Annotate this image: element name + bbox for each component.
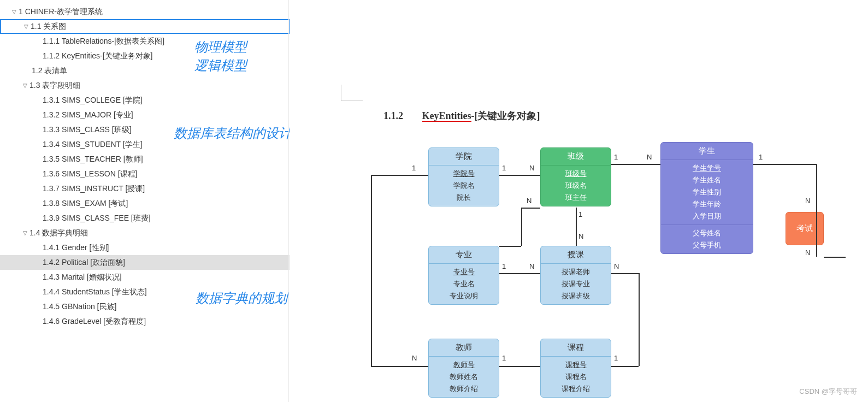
tree-item-instruct[interactable]: 1.3.7 SIMS_INSTRUCT [授课]	[0, 181, 290, 196]
tree-label: 1.4.2 Political [政治面貌]	[43, 258, 125, 268]
relation-line	[371, 175, 372, 366]
entity-field: 班主任	[541, 192, 611, 204]
card-label: N	[614, 262, 619, 270]
tree-label: 1 CHINER-教学管理系统	[19, 7, 103, 17]
tree-item-classfee[interactable]: 1.3.9 SIMS_CLASS_FEE [班费]	[0, 211, 290, 226]
relation-line	[521, 208, 522, 246]
relation-line	[371, 175, 428, 176]
entity-field: 班级名	[541, 180, 611, 192]
chevron-down-icon: ▽	[10, 9, 19, 15]
tree-item-political[interactable]: 1.4.2 Political [政治面貌]	[0, 255, 290, 270]
tree-item-exam[interactable]: 1.3.8 SIMS_EXAM [考试]	[0, 196, 290, 211]
tree-item-tablerelations[interactable]: 1.1.1 TableRelations-[数据表关系图]	[0, 34, 290, 49]
tree-label: 1.4.3 Marital [婚姻状况]	[43, 273, 122, 282]
entity-field: 学生姓名	[661, 174, 753, 186]
relation-line	[611, 366, 639, 367]
tree-label: 1.4 数据字典明细	[29, 228, 88, 238]
entity-pk: 教师号	[429, 359, 499, 371]
tree-item-tablelist[interactable]: 1.2 表清单	[0, 63, 290, 78]
card-label: 1	[502, 164, 506, 172]
tree-label: 1.4.1 Gender [性别]	[43, 243, 109, 253]
card-label: N	[805, 197, 810, 205]
entity-header: 教师	[429, 339, 499, 357]
tree-label: 1.3.5 SIMS_TEACHER [教师]	[43, 155, 143, 164]
tree-label: 1.3.1 SIMS_COLLEGE [学院]	[43, 96, 143, 105]
tree-label: 1.3.9 SIMS_CLASS_FEE [班费]	[43, 214, 151, 223]
tree-item-class[interactable]: 1.3.3 SIMS_CLASS [班级]	[0, 122, 290, 137]
tree-item-major[interactable]: 1.3.2 SIMS_MAJOR [专业]	[0, 108, 290, 122]
entity-field: 教师介绍	[429, 383, 499, 395]
entity-header: 考试	[796, 223, 813, 233]
entity-field: 教师姓名	[429, 371, 499, 383]
tree-item-gradelevel[interactable]: 1.4.6 GradeLevel [受教育程度]	[0, 314, 290, 329]
er-diagram[interactable]: 学院 学院号 学院名 院长 班级 班级号 班级名 班主任 学生	[357, 142, 868, 399]
tree-item-marital[interactable]: 1.4.3 Marital [婚姻状况]	[0, 270, 290, 285]
tree-item-gender[interactable]: 1.4.1 Gender [性别]	[0, 240, 290, 255]
tree-item-lesson[interactable]: 1.3.6 SIMS_LESSON [课程]	[0, 167, 290, 181]
card-label: 1	[614, 354, 618, 362]
tree-label: 1.4.4 StudentStatus [学生状态]	[43, 287, 147, 297]
entity-field: 入学日期	[661, 210, 753, 222]
entity-class[interactable]: 班级 班级号 班级名 班主任	[540, 147, 611, 206]
tree-item-studentstatus[interactable]: 1.4.4 StudentStatus [学生状态]	[0, 285, 290, 299]
tree-item-gbnation[interactable]: 1.4.5 GBNation [民族]	[0, 299, 290, 314]
document-page: 1.1.2 KeyEntities-[关键业务对象] 学院 学院号 学院名 院长…	[308, 0, 843, 402]
entity-teacher[interactable]: 教师 教师号 教师姓名 教师介绍	[428, 339, 499, 398]
tree-item-student[interactable]: 1.3.4 SIMS_STUDENT [学生]	[0, 137, 290, 152]
entity-field: 授课老师	[541, 266, 611, 278]
entity-college[interactable]: 学院 学院号 学院名 院长	[428, 147, 499, 206]
card-label: N	[578, 232, 583, 240]
entity-header: 专业	[429, 246, 499, 264]
entity-major[interactable]: 专业 专业号 专业名 专业说明	[428, 246, 499, 305]
relation-line	[499, 175, 540, 176]
relation-line	[753, 164, 816, 165]
entity-exam[interactable]: 考试	[786, 212, 824, 245]
entity-field: 课程名	[541, 371, 611, 383]
entity-lesson[interactable]: 课程 课程号 课程名 课程介绍	[540, 339, 611, 398]
tree-item-fields[interactable]: ▽1.3 表字段明细	[0, 78, 290, 93]
chevron-down-icon: ▽	[22, 23, 31, 29]
tree-root[interactable]: ▽1 CHINER-教学管理系统	[0, 4, 290, 19]
entity-field: 授课专业	[541, 278, 611, 290]
card-label: 1	[759, 153, 763, 161]
entity-pk: 班级号	[541, 168, 611, 180]
split-divider	[288, 0, 289, 402]
tree-item-relations[interactable]: ▽1.1 关系图	[0, 19, 290, 34]
tree-label: 1.1 关系图	[31, 22, 66, 32]
relation-line	[611, 164, 660, 165]
tree-item-college[interactable]: 1.3.1 SIMS_COLLEGE [学院]	[0, 93, 290, 108]
entity-field: 院长	[429, 192, 499, 204]
entity-field: 学生年龄	[661, 198, 753, 210]
tree-item-keyentities[interactable]: 1.1.2 KeyEntities-[关键业务对象]	[0, 49, 290, 63]
entity-field: 课程介绍	[541, 383, 611, 395]
relation-line	[521, 208, 540, 209]
sidebar-tree: ▽1 CHINER-教学管理系统 ▽1.1 关系图 1.1.1 TableRel…	[0, 0, 290, 402]
chevron-down-icon: ▽	[21, 82, 29, 88]
tree-label: 1.2 表清单	[32, 66, 67, 76]
section-title-rest: -[关键业务对象]	[471, 110, 540, 121]
section-title: 1.1.2 KeyEntities-[关键业务对象]	[383, 109, 540, 122]
chevron-down-icon: ▽	[21, 230, 29, 236]
entity-field: 学生性别	[661, 186, 753, 198]
tree-label: 1.4.6 GradeLevel [受教育程度]	[43, 317, 146, 327]
card-label: 1	[614, 153, 618, 161]
tree-label: 1.3.4 SIMS_STUDENT [学生]	[43, 140, 143, 150]
relation-line	[639, 273, 640, 366]
entity-header: 学院	[429, 148, 499, 165]
card-label: N	[529, 262, 534, 270]
relation-line	[816, 164, 817, 257]
tree-label: 1.3.3 SIMS_CLASS [班级]	[43, 125, 132, 135]
relation-line	[499, 366, 540, 367]
entity-instruct[interactable]: 授课 授课老师 授课专业 授课班级	[540, 246, 611, 305]
tree-item-teacher[interactable]: 1.3.5 SIMS_TEACHER [教师]	[0, 152, 290, 167]
card-label: N	[529, 164, 534, 172]
relation-line	[824, 257, 846, 258]
tree-item-dict[interactable]: ▽1.4 数据字典明细	[0, 226, 290, 240]
entity-student[interactable]: 学生 学生学号 学生姓名 学生性别 学生年龄 入学日期 父母姓名 父母手机	[660, 142, 753, 254]
entity-header: 课程	[541, 339, 611, 357]
card-label: 1	[502, 262, 506, 270]
entity-pk: 学院号	[429, 168, 499, 180]
tree-label: 1.3.8 SIMS_EXAM [考试]	[43, 199, 128, 209]
entity-pk: 课程号	[541, 359, 611, 371]
tree-label: 1.1.2 KeyEntities-[关键业务对象]	[43, 51, 153, 61]
